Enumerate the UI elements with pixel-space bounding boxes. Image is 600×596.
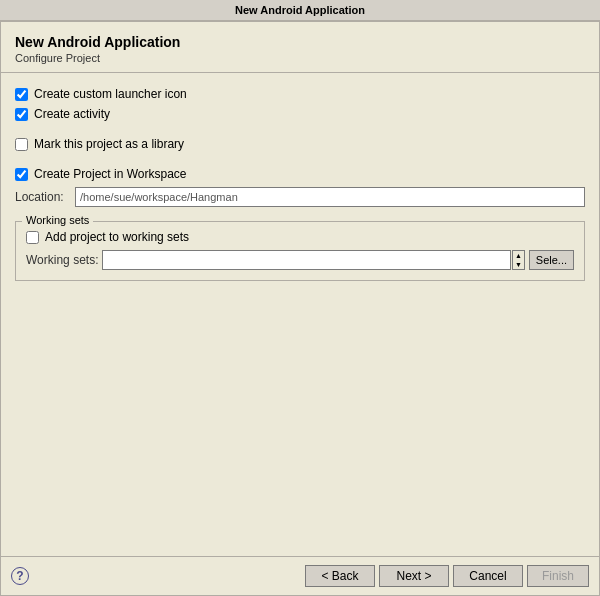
finish-button[interactable]: Finish [527, 565, 589, 587]
dialog-body: Create custom launcher icon Create activ… [1, 73, 599, 556]
spinner-down-icon[interactable]: ▼ [513, 260, 524, 269]
create-activity-checkbox[interactable] [15, 108, 28, 121]
working-sets-input[interactable] [102, 250, 510, 270]
custom-launcher-icon-checkbox[interactable] [15, 88, 28, 101]
create-project-workspace-row: Create Project in Workspace [15, 167, 585, 181]
custom-launcher-icon-row: Create custom launcher icon [15, 87, 585, 101]
title-bar-text: New Android Application [235, 4, 365, 16]
spinner-up-icon[interactable]: ▲ [513, 251, 524, 260]
select-button[interactable]: Sele... [529, 250, 574, 270]
create-activity-label: Create activity [34, 107, 110, 121]
spinner-control[interactable]: ▲ ▼ [512, 250, 525, 270]
create-activity-row: Create activity [15, 107, 585, 121]
back-button[interactable]: < Back [305, 565, 375, 587]
custom-launcher-icon-label: Create custom launcher icon [34, 87, 187, 101]
location-label: Location: [15, 190, 71, 204]
page-subtitle: Configure Project [15, 52, 585, 64]
create-project-workspace-checkbox[interactable] [15, 168, 28, 181]
working-sets-field-label: Working sets: [26, 253, 98, 267]
footer-buttons: < Back Next > Cancel Finish [305, 565, 589, 587]
cancel-button[interactable]: Cancel [453, 565, 523, 587]
add-to-working-sets-checkbox[interactable] [26, 231, 39, 244]
mark-as-library-row: Mark this project as a library [15, 137, 585, 151]
create-project-workspace-label: Create Project in Workspace [34, 167, 187, 181]
dialog-footer: ? < Back Next > Cancel Finish [1, 556, 599, 595]
footer-left: ? [11, 567, 29, 585]
page-title: New Android Application [15, 34, 585, 50]
mark-as-library-label: Mark this project as a library [34, 137, 184, 151]
help-button[interactable]: ? [11, 567, 29, 585]
working-sets-legend: Working sets [22, 214, 93, 226]
next-button[interactable]: Next > [379, 565, 449, 587]
add-to-working-sets-label: Add project to working sets [45, 230, 189, 244]
dialog-header: New Android Application Configure Projec… [1, 22, 599, 73]
working-sets-field-row: Working sets: ▲ ▼ Sele... [26, 250, 574, 270]
location-row: Location: [15, 187, 585, 207]
working-sets-group: Working sets Add project to working sets… [15, 221, 585, 281]
location-input[interactable] [75, 187, 585, 207]
add-to-working-sets-row: Add project to working sets [26, 230, 574, 244]
mark-as-library-checkbox[interactable] [15, 138, 28, 151]
